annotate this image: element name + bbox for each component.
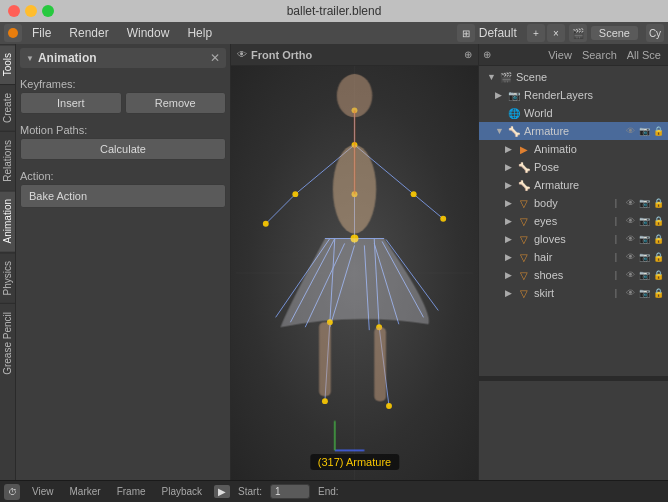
panel-collapse-icon[interactable]: ▼ (26, 54, 34, 63)
gloves-lock[interactable]: 🔒 (652, 234, 664, 244)
search-button[interactable]: Search (579, 48, 620, 62)
scene-header-icons: View Search All Sce (545, 48, 664, 62)
menu-file[interactable]: File (24, 24, 59, 42)
frame-status[interactable]: Frame (113, 486, 150, 497)
action-section: Action: Bake Action (20, 166, 226, 208)
tree-item-pose[interactable]: ▶ 🦴 Pose (479, 158, 668, 176)
close-workspace-btn[interactable]: × (547, 24, 565, 42)
pose-expand-arrow[interactable]: ▶ (505, 162, 515, 172)
armature-label: (317) Armature (310, 454, 399, 470)
gloves-vis[interactable]: | (610, 234, 622, 244)
tree-item-world[interactable]: ▶ 🌐 World (479, 104, 668, 122)
shoes-expand-arrow[interactable]: ▶ (505, 270, 515, 280)
tab-tools[interactable]: Tools (0, 44, 15, 84)
skirt-rend[interactable]: 📷 (638, 288, 650, 298)
insert-button[interactable]: Insert (20, 92, 122, 114)
viewport[interactable]: 👁 Front Ortho ⊕ (231, 44, 478, 480)
window-title: ballet-trailer.blend (287, 4, 382, 18)
tree-item-scene[interactable]: ▼ 🎬 Scene (479, 68, 668, 86)
eyes-vis[interactable]: | (610, 216, 622, 226)
menu-help[interactable]: Help (179, 24, 220, 42)
armature-lock-icon[interactable]: 🔒 (652, 126, 664, 136)
minimize-button[interactable] (25, 5, 37, 17)
scene-icon[interactable]: 🎬 (569, 24, 587, 42)
panel-close-btn[interactable]: ✕ (210, 51, 220, 65)
close-button[interactable] (8, 5, 20, 17)
skirt-expand-arrow[interactable]: ▶ (505, 288, 515, 298)
gloves-expand-arrow[interactable]: ▶ (505, 234, 515, 244)
tab-relations[interactable]: Relations (0, 131, 15, 190)
tree-item-body[interactable]: ▶ ▽ body | 👁 📷 🔒 (479, 194, 668, 212)
tree-item-animatio[interactable]: ▶ ▶ Animatio (479, 140, 668, 158)
body-cam[interactable]: 👁 (624, 198, 636, 208)
eyes-lock[interactable]: 🔒 (652, 216, 664, 226)
tree-item-armature2[interactable]: ▶ 🦴 Armature (479, 176, 668, 194)
playback-status[interactable]: Playback (158, 486, 207, 497)
statusbar-left: ⏱ (4, 484, 20, 500)
eyes-cam[interactable]: 👁 (624, 216, 636, 226)
shoes-vis[interactable]: | (610, 270, 622, 280)
scene-dropdown[interactable]: Scene (591, 26, 638, 40)
skirt-lock[interactable]: 🔒 (652, 288, 664, 298)
svg-line-8 (414, 194, 444, 219)
tab-grease-pencil[interactable]: Grease Pencil (0, 303, 15, 383)
tree-item-gloves[interactable]: ▶ ▽ gloves | 👁 📷 🔒 (479, 230, 668, 248)
hair-expand-arrow[interactable]: ▶ (505, 252, 515, 262)
blender-icon[interactable] (4, 24, 22, 42)
calculate-button[interactable]: Calculate (20, 138, 226, 160)
play-button[interactable]: ▶ (214, 485, 230, 498)
start-frame-input[interactable] (270, 484, 310, 499)
armature-expand-arrow[interactable]: ▼ (495, 126, 505, 136)
tree-item-shoes[interactable]: ▶ ▽ shoes | 👁 📷 🔒 (479, 266, 668, 284)
tab-create[interactable]: Create (0, 84, 15, 131)
gloves-rend[interactable]: 📷 (638, 234, 650, 244)
maximize-button[interactable] (42, 5, 54, 17)
remove-button[interactable]: Remove (125, 92, 227, 114)
bake-action-button[interactable]: Bake Action (20, 184, 226, 208)
view-button[interactable]: View (545, 48, 575, 62)
all-scenes-button[interactable]: All Sce (624, 48, 664, 62)
engine-icon[interactable]: Cy (646, 24, 664, 42)
body-lock[interactable]: 🔒 (652, 198, 664, 208)
shoes-rend[interactable]: 📷 (638, 270, 650, 280)
viewport-expand-icon[interactable]: ⊕ (464, 49, 472, 60)
tree-item-skirt[interactable]: ▶ ▽ skirt | 👁 📷 🔒 (479, 284, 668, 302)
shoes-cam[interactable]: 👁 (624, 270, 636, 280)
skirt-vis[interactable]: | (610, 288, 622, 298)
eyes-rend[interactable]: 📷 (638, 216, 650, 226)
view-status[interactable]: View (28, 486, 58, 497)
armature-render-icon[interactable]: 📷 (638, 126, 650, 136)
armature-vis-icon[interactable]: 👁 (624, 126, 636, 136)
tab-animation[interactable]: Animation (0, 190, 15, 251)
viewport-canvas[interactable]: (317) Armature (231, 66, 478, 480)
shoes-lock[interactable]: 🔒 (652, 270, 664, 280)
hair-lock[interactable]: 🔒 (652, 252, 664, 262)
animatio-expand-arrow[interactable]: ▶ (505, 144, 515, 154)
eyes-expand-arrow[interactable]: ▶ (505, 216, 515, 226)
scene-expand-arrow[interactable]: ▼ (487, 72, 497, 82)
tree-item-hair[interactable]: ▶ ▽ hair | 👁 📷 🔒 (479, 248, 668, 266)
tree-item-renderlayers[interactable]: ▶ 📷 RenderLayers (479, 86, 668, 104)
body-rend[interactable]: 📷 (638, 198, 650, 208)
armature2-expand-arrow[interactable]: ▶ (505, 180, 515, 190)
body-expand-arrow[interactable]: ▶ (505, 198, 515, 208)
hair-cam[interactable]: 👁 (624, 252, 636, 262)
skirt-cam[interactable]: 👁 (624, 288, 636, 298)
tree-item-eyes[interactable]: ▶ ▽ eyes | 👁 📷 🔒 (479, 212, 668, 230)
marker-status[interactable]: Marker (66, 486, 105, 497)
hair-rend[interactable]: 📷 (638, 252, 650, 262)
renderlayers-expand-arrow[interactable]: ▶ (495, 90, 505, 100)
end-label: End: (314, 486, 343, 497)
tree-item-armature[interactable]: ▼ 🦴 Armature 👁 📷 🔒 (479, 122, 668, 140)
gloves-icon: ▽ (517, 232, 531, 246)
hair-vis[interactable]: | (610, 252, 622, 262)
add-workspace-btn[interactable]: + (527, 24, 545, 42)
timeline-icon[interactable]: ⏱ (4, 484, 20, 500)
workspace-icon[interactable]: ⊞ (457, 24, 475, 42)
menu-render[interactable]: Render (61, 24, 116, 42)
view-mode-icon[interactable]: 👁 (237, 49, 247, 60)
gloves-cam[interactable]: 👁 (624, 234, 636, 244)
menu-window[interactable]: Window (119, 24, 178, 42)
tab-physics[interactable]: Physics (0, 252, 15, 303)
body-vis[interactable]: | (610, 198, 622, 208)
